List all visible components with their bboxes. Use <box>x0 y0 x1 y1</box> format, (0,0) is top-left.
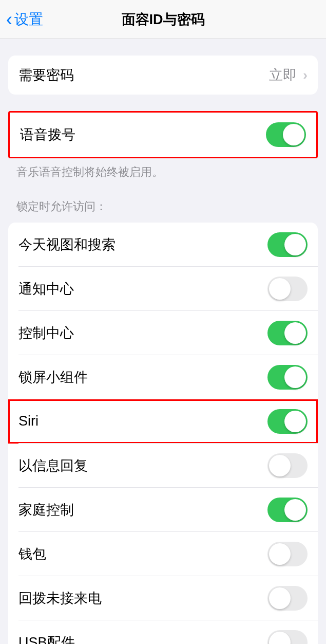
usb-accessories-row: USB配件 <box>8 620 318 644</box>
today-view-label: 今天视图和搜索 <box>18 235 116 254</box>
chevron-right-icon: › <box>303 67 308 83</box>
require-passcode-value: 立即 <box>269 66 297 84</box>
voice-dial-label: 语音拨号 <box>20 125 75 144</box>
toggle-knob <box>269 543 291 565</box>
back-label: 设置 <box>14 10 43 29</box>
back-button[interactable]: ‹ 设置 <box>0 9 43 30</box>
navigation-header: ‹ 设置 面容ID与密码 <box>0 0 326 39</box>
usb-accessories-label: USB配件 <box>18 633 75 644</box>
usb-accessories-toggle[interactable] <box>267 630 308 644</box>
callback-toggle[interactable] <box>267 586 308 611</box>
passcode-group: 需要密码 立即 › <box>8 56 318 95</box>
home-control-row: 家庭控制 <box>8 488 318 532</box>
notification-center-row: 通知中心 <box>8 267 318 311</box>
control-center-label: 控制中心 <box>18 324 74 342</box>
reply-message-label: 以信息回复 <box>18 456 88 475</box>
control-center-row: 控制中心 <box>8 311 318 355</box>
toggle-knob <box>284 411 306 432</box>
callback-row: 回拨未接来电 <box>8 576 318 620</box>
today-view-toggle[interactable] <box>267 232 308 257</box>
reply-message-toggle[interactable] <box>267 453 308 478</box>
voice-dial-footer: 音乐语音控制将始终被启用。 <box>0 158 326 180</box>
toggle-knob <box>269 632 291 644</box>
control-center-toggle[interactable] <box>267 321 308 345</box>
toggle-knob <box>284 499 306 521</box>
lock-access-header: 锁定时允许访问： <box>0 199 326 218</box>
siri-toggle[interactable] <box>267 409 308 434</box>
toggle-knob <box>284 366 306 388</box>
toggle-knob <box>284 322 306 344</box>
toggle-knob <box>269 278 291 300</box>
notification-center-label: 通知中心 <box>18 280 74 298</box>
notification-center-toggle[interactable] <box>267 277 308 301</box>
voice-dial-group: 语音拨号 <box>8 111 318 158</box>
lock-widgets-toggle[interactable] <box>267 365 308 390</box>
wallet-toggle[interactable] <box>267 542 308 566</box>
today-view-row: 今天视图和搜索 <box>8 223 318 267</box>
siri-row: Siri <box>8 399 318 444</box>
wallet-row: 钱包 <box>8 532 318 576</box>
lock-widgets-row: 锁屏小组件 <box>8 355 318 399</box>
voice-dial-row: 语音拨号 <box>10 113 316 157</box>
page-title: 面容ID与密码 <box>122 10 205 29</box>
chevron-left-icon: ‹ <box>6 9 12 30</box>
require-passcode-row[interactable]: 需要密码 立即 › <box>8 56 318 95</box>
lock-access-group: 今天视图和搜索 通知中心 控制中心 锁屏小组件 Siri <box>8 223 318 644</box>
siri-label: Siri <box>18 413 39 429</box>
toggle-knob <box>269 455 291 476</box>
toggle-knob <box>269 587 291 609</box>
lock-widgets-label: 锁屏小组件 <box>18 368 88 387</box>
voice-dial-toggle[interactable] <box>266 122 306 147</box>
toggle-knob <box>284 234 306 255</box>
callback-label: 回拨未接来电 <box>18 589 102 608</box>
home-control-toggle[interactable] <box>267 498 308 522</box>
home-control-label: 家庭控制 <box>18 501 74 519</box>
toggle-knob <box>283 124 304 145</box>
reply-message-row: 以信息回复 <box>8 444 318 488</box>
wallet-label: 钱包 <box>18 545 46 563</box>
require-passcode-label: 需要密码 <box>18 66 74 84</box>
